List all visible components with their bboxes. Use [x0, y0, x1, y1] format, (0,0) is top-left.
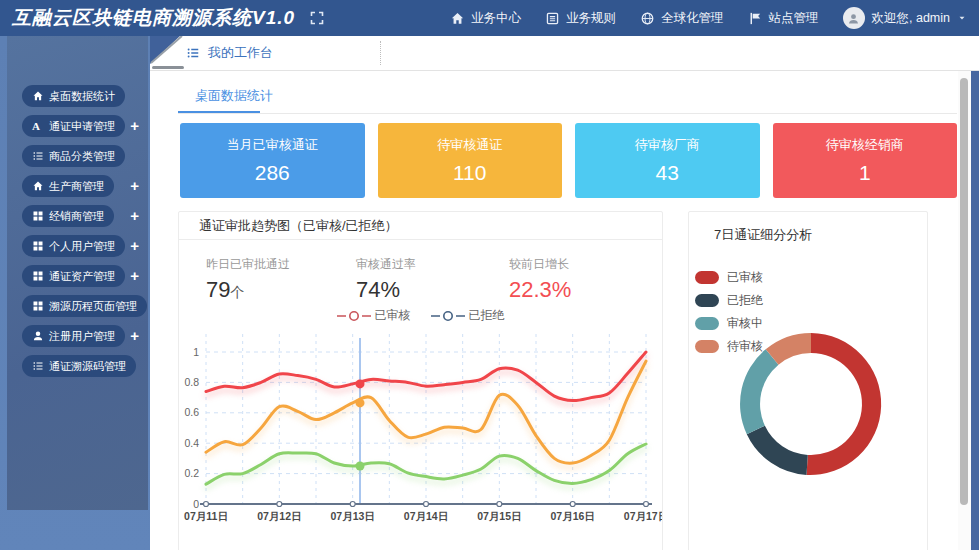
- sidebar-item-商品分类管理[interactable]: 商品分类管理: [22, 145, 125, 167]
- y-axis-tick-label: 0.8: [184, 376, 199, 388]
- sidebar-item-label: 注册用户管理: [49, 329, 115, 344]
- user-icon: [32, 330, 44, 342]
- trend-stat-value: 79个: [206, 277, 290, 303]
- trend-stat-较前日增长: 较前日增长22.3%: [509, 256, 571, 303]
- sidebar-item-label: 通证资产管理: [49, 269, 115, 284]
- stat-card-value: 110: [453, 161, 486, 185]
- sidebar-row: 桌面数据统计: [7, 85, 148, 115]
- trend-legend: 已审核已拒绝: [179, 307, 662, 324]
- trend-stat-value: 22.3%: [509, 277, 571, 303]
- scrollbar-thumb[interactable]: [960, 78, 968, 505]
- sidebar-item-label: 个人用户管理: [49, 239, 115, 254]
- trend-stat-label: 审核通过率: [356, 256, 416, 273]
- trend-legend-已审核[interactable]: 已审核: [337, 307, 411, 324]
- x-axis-tick: [497, 502, 502, 507]
- sidebar-item-label: 通证申请管理: [49, 119, 115, 134]
- x-axis-tick-label: 07月13日: [330, 510, 374, 522]
- series-marker-series-3: [356, 462, 365, 471]
- series-line-series-3: [206, 444, 646, 484]
- sidebar-row: 注册用户管理+: [7, 325, 148, 355]
- donut-segment-已审核[interactable]: [807, 333, 882, 475]
- rules-icon: [545, 11, 560, 26]
- nav-item-站点管理[interactable]: 站点管理: [748, 10, 819, 27]
- user-menu[interactable]: 欢迎您, admin: [843, 7, 968, 29]
- sidebar-row: A通证申请管理+: [7, 115, 148, 145]
- sidebar-item-通证资产管理[interactable]: 通证资产管理: [22, 265, 125, 287]
- sidebar-item-label: 桌面数据统计: [49, 89, 115, 104]
- sidebar-row: 个人用户管理+: [7, 235, 148, 265]
- x-axis-tick: [204, 502, 209, 507]
- expand-plus-icon[interactable]: +: [130, 118, 139, 134]
- trend-stat-value: 74%: [356, 277, 416, 303]
- list-icon: [32, 150, 44, 162]
- grid-icon: [32, 300, 44, 312]
- section-tab-desktop-stats[interactable]: 桌面数据统计: [195, 87, 273, 105]
- sidebar-item-label: 溯源历程页面管理: [49, 299, 137, 314]
- sidebar-item-经销商管理[interactable]: 经销商管理: [22, 205, 114, 227]
- fullscreen-icon[interactable]: [309, 10, 325, 26]
- flag-icon: [748, 11, 763, 26]
- nav-item-业务规则[interactable]: 业务规则: [545, 10, 616, 27]
- trend-panel-title: 通证审批趋势图（已审核/已拒绝）: [179, 212, 662, 240]
- sidebar-item-通证申请管理[interactable]: A通证申请管理: [22, 115, 125, 137]
- sidebar-item-溯源历程页面管理[interactable]: 溯源历程页面管理: [22, 295, 147, 317]
- x-axis-tick-label: 07月17日: [624, 510, 662, 522]
- stat-card-value: 1: [859, 161, 871, 185]
- caret-down-icon: [957, 13, 967, 23]
- trend-stat-label: 昨日已审批通过: [206, 256, 290, 273]
- stat-card-待审核厂商: 待审核厂商43: [575, 123, 760, 198]
- sidebar-item-个人用户管理[interactable]: 个人用户管理: [22, 235, 125, 257]
- app-header: 互融云区块链电商溯源系统V1.0 业务中心业务规则全球化管理站点管理欢迎您, a…: [0, 0, 979, 36]
- nav-item-业务中心[interactable]: 业务中心: [450, 10, 521, 27]
- sidebar-item-通证溯源码管理[interactable]: 通证溯源码管理: [22, 355, 136, 377]
- sidebar: 桌面数据统计A通证申请管理+商品分类管理生产商管理+经销商管理+个人用户管理+通…: [0, 36, 150, 550]
- home-icon: [32, 90, 44, 102]
- donut-segment-已拒绝[interactable]: [747, 426, 808, 475]
- y-axis-tick-label: 0.6: [184, 406, 199, 418]
- donut-segment-审核中[interactable]: [740, 349, 778, 434]
- grid-icon: [32, 270, 44, 282]
- x-axis-tick: [644, 502, 649, 507]
- sidebar-item-桌面数据统计[interactable]: 桌面数据统计: [22, 85, 125, 107]
- main-content: 桌面数据统计 当月已审核通证286待审核通证110待审核厂商43待审核经销商1 …: [150, 70, 958, 550]
- sidebar-row: 生产商管理+: [7, 175, 148, 205]
- sidebar-item-label: 经销商管理: [49, 209, 104, 224]
- expand-plus-icon[interactable]: +: [130, 328, 139, 344]
- x-axis-tick: [424, 502, 429, 507]
- x-axis-tick-label: 07月15日: [477, 510, 521, 522]
- sidebar-menu: 桌面数据统计A通证申请管理+商品分类管理生产商管理+经销商管理+个人用户管理+通…: [7, 36, 148, 385]
- expand-plus-icon[interactable]: +: [130, 208, 139, 224]
- letter-a-icon: A: [32, 120, 44, 132]
- globe-icon: [640, 11, 655, 26]
- x-axis-tick: [570, 502, 575, 507]
- expand-plus-icon[interactable]: +: [130, 178, 139, 194]
- tab-underline-dash: [152, 66, 184, 69]
- stat-card-label: 待审核厂商: [635, 136, 700, 154]
- stat-card-label: 待审核通证: [437, 136, 502, 154]
- stat-card-待审核通证: 待审核通证110: [378, 123, 563, 198]
- sidebar-item-label: 通证溯源码管理: [49, 359, 126, 374]
- sidebar-item-注册用户管理[interactable]: 注册用户管理: [22, 325, 125, 347]
- sidebar-row: 溯源历程页面管理: [7, 295, 148, 325]
- tab-my-workbench[interactable]: 我的工作台: [186, 36, 273, 70]
- expand-plus-icon[interactable]: +: [130, 268, 139, 284]
- sidebar-row: 经销商管理+: [7, 205, 148, 235]
- sidebar-row: 商品分类管理: [7, 145, 148, 175]
- trend-legend-label: 已拒绝: [469, 307, 505, 324]
- stat-card-当月已审核通证: 当月已审核通证286: [180, 123, 365, 198]
- y-axis-tick-label: 0.2: [184, 467, 199, 479]
- sidebar-item-生产商管理[interactable]: 生产商管理: [22, 175, 114, 197]
- tab-divider: [380, 41, 381, 65]
- home-icon: [450, 11, 465, 26]
- trend-panel: 通证审批趋势图（已审核/已拒绝） 昨日已审批通过79个审核通过率74%较前日增长…: [178, 211, 663, 550]
- vertical-scrollbar: [958, 36, 971, 550]
- sidebar-item-label: 商品分类管理: [49, 149, 115, 164]
- trend-legend-已拒绝[interactable]: 已拒绝: [431, 307, 505, 324]
- expand-plus-icon[interactable]: +: [130, 238, 139, 254]
- tab-label: 我的工作台: [208, 44, 273, 62]
- y-axis-tick-label: 0.4: [184, 437, 199, 449]
- legend-marker-icon: [337, 310, 371, 322]
- nav-item-全球化管理[interactable]: 全球化管理: [640, 10, 724, 27]
- trend-stats: 昨日已审批通过79个审核通过率74%较前日增长22.3%: [179, 256, 662, 306]
- trend-line-chart: 00.20.40.60.8107月11日07月12日07月13日07月14日07…: [179, 324, 662, 550]
